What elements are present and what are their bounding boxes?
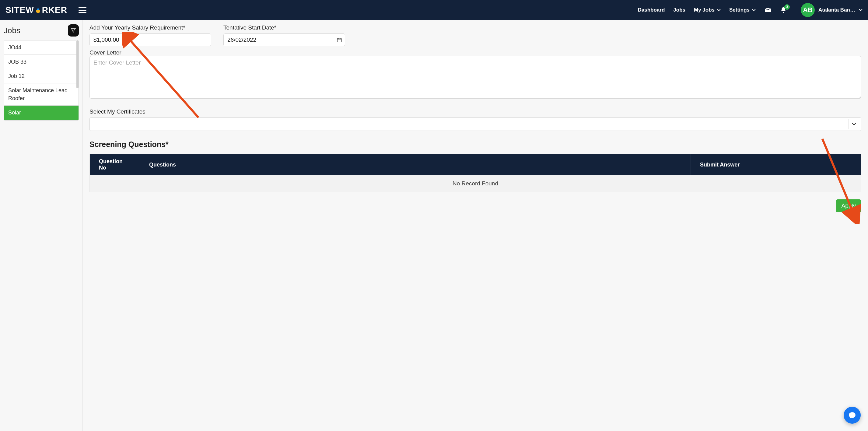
jobs-sidebar: Jobs JO44 JOB 33 Job 12 Solar Maintenanc… — [0, 20, 83, 431]
chat-icon — [848, 411, 856, 419]
nav-settings[interactable]: Settings — [729, 7, 756, 13]
nav-jobs[interactable]: Jobs — [673, 7, 685, 13]
user-menu[interactable]: AB Atalanta Ban… — [801, 3, 863, 17]
svg-point-0 — [36, 9, 40, 13]
screening-table: Question No Questions Submit Answer No R… — [90, 154, 861, 192]
sidebar-title: Jobs — [4, 26, 21, 35]
scrollbar-thumb[interactable] — [76, 40, 79, 88]
col-question-no: Question No — [90, 154, 140, 176]
brand-logo[interactable]: SITEW RKER — [5, 5, 67, 15]
certificates-label: Select My Certificates — [90, 109, 146, 115]
brand-logo-icon — [35, 7, 41, 13]
nav-my-jobs[interactable]: My Jobs — [694, 7, 721, 13]
apply-button[interactable]: Apply — [836, 199, 861, 212]
chevron-down-icon — [752, 8, 756, 12]
nav-dashboard-label: Dashboard — [638, 7, 665, 13]
screening-empty-state: No Record Found — [90, 175, 861, 192]
calendar-button[interactable] — [333, 33, 345, 46]
nav-jobs-label: Jobs — [673, 7, 685, 13]
filter-icon — [71, 28, 76, 33]
nav-my-jobs-label: My Jobs — [694, 7, 715, 13]
top-nav: SITEW RKER Dashboard Jobs My Jobs Settin… — [0, 0, 868, 20]
screening-title: Screening Questions* — [90, 140, 861, 149]
nav-settings-label: Settings — [729, 7, 750, 13]
job-list-item[interactable]: Solar Maintenance Lead Roofer — [4, 83, 79, 105]
chevron-down-icon — [717, 8, 721, 12]
cover-letter-textarea[interactable] — [90, 56, 861, 99]
job-list-item[interactable]: JOB 33 — [4, 55, 79, 69]
menu-toggle-button[interactable] — [79, 7, 87, 13]
nav-links: Dashboard Jobs My Jobs Settings 3 AB Ata… — [638, 3, 863, 17]
divider — [73, 5, 73, 15]
start-date-label: Tentative Start Date* — [223, 24, 345, 31]
salary-input[interactable] — [90, 33, 211, 46]
chat-widget-button[interactable] — [844, 407, 861, 424]
brand-text-post: RKER — [42, 5, 67, 15]
notifications-badge: 3 — [784, 4, 790, 10]
cover-letter-label: Cover Letter — [90, 49, 121, 56]
mail-icon[interactable] — [764, 6, 772, 14]
brand-text-pre: SITEW — [5, 5, 34, 15]
job-list: JO44 JOB 33 Job 12 Solar Maintenance Lea… — [4, 40, 79, 121]
col-submit-answer: Submit Answer — [691, 154, 861, 176]
main-content: Add Your Yearly Salary Requirement* Tent… — [83, 20, 868, 431]
certificates-select[interactable] — [90, 118, 861, 131]
svg-rect-1 — [337, 38, 341, 42]
chevron-down-icon — [859, 8, 863, 12]
job-list-item[interactable]: JO44 — [4, 40, 79, 55]
job-list-item-active[interactable]: Solar — [4, 105, 79, 120]
nav-dashboard[interactable]: Dashboard — [638, 7, 665, 13]
user-name: Atalanta Ban… — [818, 7, 855, 13]
job-list-item[interactable]: Job 12 — [4, 69, 79, 83]
salary-label: Add Your Yearly Salary Requirement* — [90, 24, 211, 31]
col-questions: Questions — [140, 154, 691, 176]
chevron-down-icon — [848, 119, 859, 129]
filter-button[interactable] — [68, 24, 79, 36]
notifications-button[interactable]: 3 — [780, 7, 787, 13]
start-date-input[interactable] — [223, 33, 345, 46]
calendar-icon — [337, 37, 342, 42]
avatar: AB — [801, 3, 815, 17]
